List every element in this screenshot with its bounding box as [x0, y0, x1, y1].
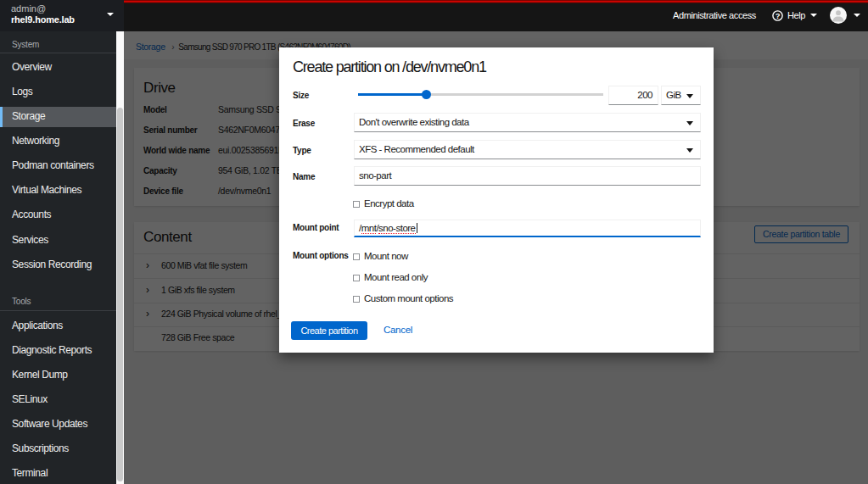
svg-text:?: ?: [776, 10, 781, 19]
